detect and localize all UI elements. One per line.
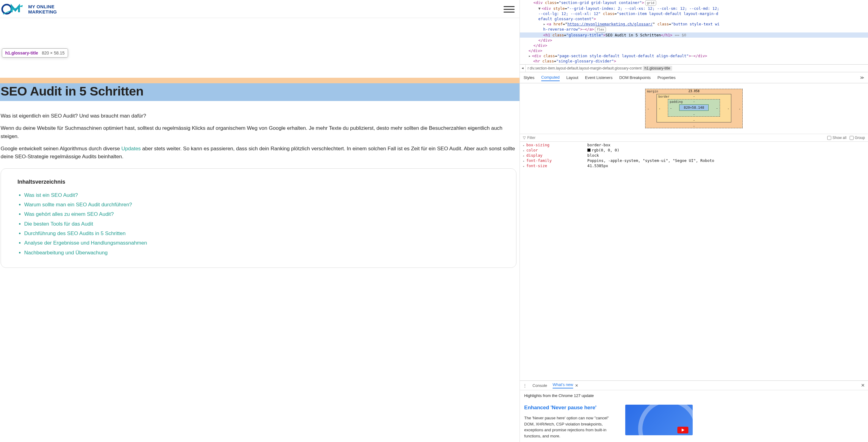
- whats-new-title: Enhanced 'Never pause here': [524, 405, 619, 411]
- computed-properties: box-sizingborder-boxcolorrgb(0, 0, 0)dis…: [520, 142, 868, 169]
- page-title: SEO Audit in 5 Schritten: [1, 84, 520, 99]
- grid-badge[interactable]: grid: [645, 0, 656, 6]
- intro-paragraph: Was ist eigentlich ein SEO Audit? Und wa…: [1, 112, 517, 120]
- group-checkbox[interactable]: [849, 136, 854, 140]
- tab-event-listeners[interactable]: Event Listeners: [585, 74, 613, 81]
- toc-item: Die besten Tools für das Audit: [24, 220, 500, 228]
- show-all-checkbox[interactable]: [827, 136, 831, 140]
- filter-bar: ▽ Show all Group: [520, 134, 868, 142]
- toc-item: Warum sollte man ein SEO Audit durchführ…: [24, 201, 500, 209]
- property-row[interactable]: font-size41.5385px: [523, 163, 865, 168]
- toc-link[interactable]: Die besten Tools für das Audit: [24, 221, 93, 227]
- toc-link[interactable]: Nachbearbeitung und Überwachung: [24, 250, 107, 256]
- toc-item: Nachbearbeitung und Überwachung: [24, 249, 500, 257]
- paragraph: Google entwickelt seinen Algorithmus dur…: [1, 145, 517, 161]
- logo[interactable]: MY ONLINE MARKETING: [1, 2, 57, 16]
- inspect-dimensions: 820 × 58.15: [42, 50, 64, 56]
- box-model[interactable]: margin 23.058 - - - border - - - - paddi…: [520, 83, 868, 134]
- tab-styles[interactable]: Styles: [524, 74, 534, 81]
- elements-tree[interactable]: <div class="section-grid grid-layout con…: [520, 0, 868, 64]
- close-tab-icon[interactable]: ✕: [575, 383, 578, 388]
- box-model-content: 820×58.148: [679, 104, 709, 111]
- flex-badge[interactable]: flex: [595, 27, 606, 32]
- property-row[interactable]: box-sizingborder-box: [523, 142, 865, 147]
- styles-tabs: Styles Computed Layout Event Listeners D…: [520, 72, 868, 83]
- toc-item: Analyse der Ergebnisse und Handlungsmass…: [24, 239, 500, 247]
- toc-item: Was gehört alles zu einem SEO Audit?: [24, 210, 500, 218]
- toc-item: Was ist ein SEO Audit?: [24, 191, 500, 199]
- paragraph: Wenn du deine Website für Suchmaschinen …: [1, 124, 517, 140]
- tab-computed[interactable]: Computed: [541, 74, 560, 81]
- tab-properties[interactable]: Properties: [657, 74, 676, 81]
- logo-icon: [1, 2, 26, 16]
- site-header: MY ONLINE MARKETING: [0, 0, 520, 18]
- updates-link[interactable]: Updates: [121, 146, 141, 151]
- tab-layout[interactable]: Layout: [566, 74, 578, 81]
- filter-input[interactable]: [527, 136, 549, 140]
- toc-link[interactable]: Durchführung des SEO Audits in 5 Schritt…: [24, 231, 126, 236]
- play-icon: [677, 427, 688, 434]
- close-drawer-icon[interactable]: ✕: [861, 383, 865, 388]
- whats-new-video[interactable]: [625, 405, 693, 435]
- crumb-part[interactable]: div.section-item.layout-default.layout-m…: [530, 66, 642, 70]
- content-highlight: SEO Audit in 5 Schritten: [0, 83, 520, 101]
- devtools-panel: <div class="section-grid grid-layout con…: [520, 0, 868, 442]
- whats-new-subtitle: Highlights from the Chrome 127 update: [524, 393, 864, 398]
- crumb-current[interactable]: h1.glossary-title: [643, 66, 672, 71]
- tab-dom-breakpoints[interactable]: DOM Breakpoints: [619, 74, 651, 81]
- toc-link[interactable]: Analyse der Ergebnisse und Handlungsmass…: [24, 240, 147, 246]
- menu-button[interactable]: [502, 5, 516, 14]
- breadcrumb-bar: ◂ r div.section-item.layout-default.layo…: [520, 64, 868, 72]
- inspect-tooltip: h1.glossary-title 820 × 58.15: [2, 48, 68, 58]
- crumb-part[interactable]: r: [527, 66, 529, 70]
- article-body: Was ist eigentlich ein SEO Audit? Und wa…: [0, 101, 520, 280]
- toc-item: Durchführung des SEO Audits in 5 Schritt…: [24, 230, 500, 238]
- toc-heading: Inhaltsverzeichnis: [18, 178, 500, 186]
- selected-element[interactable]: <h1 class="glossary-title">SEO Audit in …: [520, 32, 868, 38]
- toc-link[interactable]: Was gehört alles zu einem SEO Audit?: [24, 211, 114, 217]
- toc-link[interactable]: Warum sollte man ein SEO Audit durchführ…: [24, 202, 132, 207]
- toc-link[interactable]: Was ist ein SEO Audit?: [24, 192, 78, 198]
- property-row[interactable]: font-familyPoppins, -apple-system, "syst…: [523, 158, 865, 163]
- property-row[interactable]: displayblock: [523, 153, 865, 158]
- website-pane: MY ONLINE MARKETING h1.glossary-title 82…: [0, 0, 520, 442]
- tab-console[interactable]: Console: [532, 383, 547, 388]
- whats-new-body: The 'Never pause here' option can now "c…: [524, 415, 619, 439]
- property-row[interactable]: colorrgb(0, 0, 0): [523, 147, 865, 153]
- drawer: ⋮ Console What's new ✕ ✕ Highlights from…: [520, 380, 868, 442]
- highlighted-element: SEO Audit in 5 Schritten: [0, 78, 520, 101]
- crumb-prev[interactable]: ◂: [520, 65, 526, 72]
- more-tabs-icon[interactable]: ≫: [860, 75, 864, 80]
- logo-text-2: MARKETING: [28, 9, 57, 14]
- drawer-menu-icon[interactable]: ⋮: [523, 383, 527, 388]
- logo-text-1: MY ONLINE: [28, 4, 57, 9]
- tab-whats-new[interactable]: What's new: [553, 382, 573, 388]
- filter-icon: ▽: [523, 136, 526, 140]
- margin-highlight: [0, 78, 520, 83]
- table-of-contents: Inhaltsverzeichnis Was ist ein SEO Audit…: [1, 168, 517, 268]
